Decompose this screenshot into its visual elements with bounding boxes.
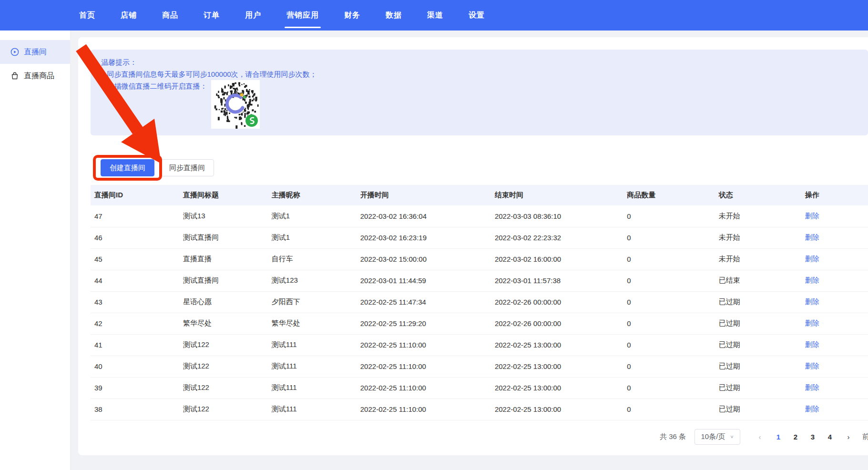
- cell-start-time: 2022-03-02 15:00:00: [357, 248, 491, 270]
- page-number-3[interactable]: 3: [806, 433, 820, 441]
- next-page-button[interactable]: ›: [841, 433, 856, 441]
- page-size-value: 10条/页: [701, 432, 725, 441]
- nav-item-data[interactable]: 数据: [382, 0, 406, 31]
- cell-goods-count: 0: [623, 334, 715, 356]
- delete-link[interactable]: 删除: [805, 362, 819, 370]
- page-size-select[interactable]: 10条/页 ∨: [694, 429, 740, 445]
- cell-action: 删除: [801, 291, 868, 313]
- cell-status: 未开始: [715, 205, 801, 227]
- cell-title: 测试122: [179, 377, 268, 398]
- create-live-room-button[interactable]: 创建直播间: [101, 159, 154, 176]
- table-row: 38测试122测试1112022-02-25 11:10:002022-02-2…: [91, 398, 868, 420]
- cell-start-time: 2022-02-25 11:10:00: [357, 398, 491, 420]
- cell-goods-count: 0: [623, 227, 715, 248]
- cell-start-time: 2022-02-25 11:47:34: [357, 291, 491, 313]
- nav-label: 财务: [344, 11, 360, 19]
- prev-page-button[interactable]: ‹: [753, 433, 767, 441]
- nav-item-users[interactable]: 用户: [241, 0, 265, 31]
- cell-title: 星语心愿: [179, 291, 268, 313]
- table-row: 45直播直播自行车2022-03-02 15:00:002022-03-02 1…: [91, 248, 868, 270]
- delete-link[interactable]: 删除: [805, 340, 819, 348]
- cell-goods-count: 0: [623, 205, 715, 227]
- nav-item-shop[interactable]: 店铺: [117, 0, 141, 31]
- cell-anchor: 自行车: [268, 248, 357, 270]
- notice-line-2: 2.扫描微信直播二维码开启直播：: [101, 80, 207, 92]
- cell-room-id: 46: [91, 227, 179, 248]
- col-header-goods-count: 商品数量: [623, 185, 715, 205]
- cell-goods-count: 0: [623, 291, 715, 313]
- cell-action: 删除: [801, 227, 868, 248]
- delete-link[interactable]: 删除: [805, 255, 819, 263]
- cell-action: 删除: [801, 313, 868, 334]
- nav-label: 营销应用: [286, 11, 319, 19]
- cell-title: 繁华尽处: [179, 313, 268, 334]
- live-room-table: 直播间ID 直播间标题 主播昵称 开播时间 结束时间 商品数量 状态 操作 47…: [91, 185, 868, 420]
- page-number-2[interactable]: 2: [788, 433, 803, 441]
- table-row: 47测试13测试12022-03-02 16:36:042022-03-03 0…: [91, 205, 868, 227]
- delete-link[interactable]: 删除: [805, 212, 819, 220]
- cell-goods-count: 0: [623, 270, 715, 291]
- cell-start-time: 2022-03-01 11:44:59: [357, 270, 491, 291]
- cell-action: 删除: [801, 398, 868, 420]
- pagination: 共 36 条 10条/页 ∨ ‹ 1 2 3 4 › 前: [91, 429, 868, 445]
- top-navigation: 首页 店铺 商品 订单 用户 营销应用 财务 数据 渠道 设置: [0, 0, 868, 31]
- table-header-row: 直播间ID 直播间标题 主播昵称 开播时间 结束时间 商品数量 状态 操作: [91, 185, 868, 205]
- cell-end-time: 2022-03-03 08:36:10: [491, 205, 623, 227]
- jump-to-page-label: 前: [862, 432, 868, 441]
- col-header-status: 状态: [715, 185, 801, 205]
- page-number-1[interactable]: 1: [771, 433, 786, 441]
- sidebar-item-label: 直播商品: [24, 71, 54, 81]
- cell-start-time: 2022-03-02 16:23:19: [357, 227, 491, 248]
- cell-status: 已过期: [715, 313, 801, 334]
- cell-start-time: 2022-02-25 11:10:00: [357, 377, 491, 398]
- play-circle-icon: [10, 48, 19, 56]
- nav-item-settings[interactable]: 设置: [465, 0, 489, 31]
- page: 首页 店铺 商品 订单 用户 营销应用 财务 数据 渠道 设置 直播间 直播商品: [0, 0, 868, 470]
- sidebar-item-live-room[interactable]: 直播间: [0, 40, 70, 64]
- cell-anchor: 测试111: [268, 334, 357, 356]
- col-header-actions: 操作: [801, 185, 868, 205]
- delete-link[interactable]: 删除: [805, 233, 819, 241]
- nav-item-home[interactable]: 首页: [75, 0, 99, 31]
- nav-label: 渠道: [427, 11, 443, 19]
- delete-link[interactable]: 删除: [805, 383, 819, 391]
- table-row: 44测试直播间测试1232022-03-01 11:44:592022-03-0…: [91, 270, 868, 291]
- cell-status: 已过期: [715, 398, 801, 420]
- cell-status: 未开始: [715, 227, 801, 248]
- cell-room-id: 42: [91, 313, 179, 334]
- cell-goods-count: 0: [623, 313, 715, 334]
- notice-line-1: 1.同步直播间信息每天最多可同步100000次，请合理使用同步次数；: [101, 68, 858, 80]
- cell-goods-count: 0: [623, 377, 715, 398]
- cell-room-id: 38: [91, 398, 179, 420]
- delete-link[interactable]: 删除: [805, 276, 819, 284]
- cell-action: 删除: [801, 377, 868, 398]
- cell-status: 未开始: [715, 248, 801, 270]
- nav-item-orders[interactable]: 订单: [200, 0, 224, 31]
- nav-item-goods[interactable]: 商品: [158, 0, 182, 31]
- nav-label: 商品: [162, 11, 178, 19]
- table-row: 39测试122测试1112022-02-25 11:10:002022-02-2…: [91, 377, 868, 398]
- page-number-4[interactable]: 4: [823, 433, 837, 441]
- col-header-title: 直播间标题: [179, 185, 268, 205]
- nav-item-marketing-apps[interactable]: 营销应用: [283, 0, 323, 31]
- cell-action: 删除: [801, 270, 868, 291]
- cell-start-time: 2022-02-25 11:10:00: [357, 356, 491, 377]
- nav-item-channels[interactable]: 渠道: [423, 0, 447, 31]
- cell-end-time: 2022-02-25 13:00:00: [491, 334, 623, 356]
- cell-goods-count: 0: [623, 356, 715, 377]
- nav-label: 用户: [245, 11, 261, 19]
- nav-item-finance[interactable]: 财务: [340, 0, 364, 31]
- sync-live-room-button[interactable]: 同步直播间: [160, 159, 214, 176]
- nav-label: 首页: [79, 11, 95, 19]
- col-header-end-time: 结束时间: [491, 185, 623, 205]
- table-row: 43星语心愿夕阳西下2022-02-25 11:47:342022-02-26 …: [91, 291, 868, 313]
- cell-action: 删除: [801, 205, 868, 227]
- delete-link[interactable]: 删除: [805, 405, 819, 413]
- sidebar-item-live-goods[interactable]: 直播商品: [0, 64, 70, 88]
- delete-link[interactable]: 删除: [805, 297, 819, 306]
- cell-title: 测试122: [179, 398, 268, 420]
- cell-room-id: 43: [91, 291, 179, 313]
- delete-link[interactable]: 删除: [805, 319, 819, 327]
- notice-title: 温馨提示：: [101, 56, 858, 68]
- nav-label: 设置: [469, 11, 485, 19]
